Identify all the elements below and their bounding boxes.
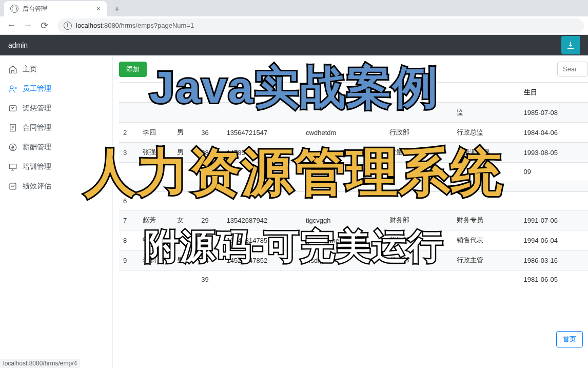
- cell-email: [302, 163, 385, 181]
- cell-birthday: 1986-03-16: [520, 250, 588, 270]
- cell-gender: [173, 103, 197, 123]
- cell-position: 行政主管: [453, 250, 520, 270]
- cell-id: 2: [119, 123, 139, 143]
- cell-dept: 质量管理部: [385, 143, 453, 163]
- cell-gender: 男: [173, 123, 197, 143]
- cell-name: [139, 163, 173, 181]
- info-icon[interactable]: i: [64, 22, 72, 30]
- add-button[interactable]: 添加: [119, 62, 147, 77]
- contract-icon: [8, 123, 17, 132]
- cell-position: [453, 192, 520, 210]
- cell-name: [139, 181, 173, 192]
- cell-phone: [223, 270, 302, 289]
- sidebar-item-home[interactable]: 主页: [0, 60, 112, 79]
- col-birthday: 生日: [520, 83, 588, 103]
- cell-position: [453, 181, 520, 192]
- cell-age: 29: [197, 210, 222, 230]
- user-icon: [8, 84, 17, 93]
- cell-name: [139, 270, 173, 289]
- cell-id: 7: [119, 210, 139, 230]
- url-host: localhost: [76, 22, 102, 29]
- table-row[interactable]: 6: [119, 192, 588, 210]
- svg-rect-4: [9, 164, 16, 169]
- reward-icon: [8, 104, 17, 113]
- first-page-button[interactable]: 首页: [556, 331, 583, 347]
- search-input[interactable]: [557, 62, 588, 76]
- back-button[interactable]: ←: [4, 18, 18, 33]
- cell-position: 行政总监: [453, 123, 520, 143]
- table-row[interactable]: 7赵芳女2913542687942tigcvggh财务部财务专员1991-07-…: [119, 210, 588, 230]
- cell-dept: [385, 270, 453, 289]
- url-path: /hrms/emps?pageNum=1: [119, 22, 194, 29]
- sidebar-item-salary[interactable]: 薪酬管理: [0, 138, 112, 157]
- col-phone: [223, 83, 302, 103]
- address-bar[interactable]: i localhost:8080/hrms/emps?pageNum=1: [57, 18, 584, 33]
- cell-email: [302, 181, 385, 192]
- sidebar: 主页 员工管理 奖惩管理 合同管理 薪酬管理 培训管理 绩效评估: [0, 55, 113, 368]
- table-row[interactable]: 9李韵男3414523147852wsdfgefv行政部行政主管1986-03-…: [119, 250, 588, 270]
- cell-email: [302, 270, 385, 289]
- cell-id: 8: [119, 230, 139, 250]
- table-row[interactable]: 2李四男3613564721547cwdhetdm行政部行政总监1984-04-…: [119, 123, 588, 143]
- new-tab-button[interactable]: +: [110, 2, 124, 16]
- sidebar-item-contract[interactable]: 合同管理: [0, 118, 112, 138]
- cell-email: [302, 103, 385, 123]
- cell-phone: [223, 163, 302, 181]
- cell-age: 34: [197, 250, 222, 270]
- cell-name: 邹好: [139, 230, 173, 250]
- browser-tab[interactable]: 后台管理 ×: [4, 1, 107, 16]
- close-icon[interactable]: ×: [96, 5, 101, 13]
- sidebar-item-label: 薪酬管理: [23, 143, 51, 152]
- main-content: 添加 生日 监1985-07-082李四男3613564721547cwdhet…: [113, 55, 588, 368]
- cell-position: [453, 270, 520, 289]
- cell-birthday: 1985-07-08: [520, 103, 588, 123]
- table-row[interactable]: 监1985-07-08: [119, 103, 588, 123]
- cell-age: 28: [197, 143, 222, 163]
- table-row[interactable]: 391981-06-05: [119, 270, 588, 289]
- table-row[interactable]: [119, 181, 588, 192]
- cell-position: [453, 163, 520, 181]
- cell-gender: 男: [173, 143, 197, 163]
- cell-id: 6: [119, 192, 139, 210]
- sidebar-item-reward[interactable]: 奖惩管理: [0, 99, 112, 118]
- cell-gender: [173, 181, 197, 192]
- cell-gender: 女: [173, 230, 197, 250]
- sidebar-item-label: 培训管理: [23, 162, 51, 171]
- cell-age: 26: [197, 230, 222, 250]
- cell-email: tigcvggh: [302, 210, 385, 230]
- cell-phone: [223, 103, 302, 123]
- cell-birthday: 1981-06-05: [520, 270, 588, 289]
- cell-id: [119, 163, 139, 181]
- sidebar-item-performance[interactable]: 绩效评估: [0, 177, 112, 196]
- cell-email: cwdhetdm: [302, 123, 385, 143]
- cell-email: xxxxxxxxxxxxx: [302, 143, 385, 163]
- cell-email: [302, 192, 385, 210]
- cell-phone: 14523147852: [223, 250, 302, 270]
- table-row[interactable]: 09: [119, 163, 588, 181]
- cell-age: 36: [197, 123, 222, 143]
- sidebar-item-employee[interactable]: 员工管理: [0, 79, 112, 99]
- sidebar-item-training[interactable]: 培训管理: [0, 157, 112, 177]
- cell-dept: 行政部: [385, 123, 453, 143]
- cell-id: 3: [119, 143, 139, 163]
- download-button[interactable]: [561, 36, 580, 54]
- cell-email: wsdfgefv: [302, 250, 385, 270]
- cell-birthday: 1991-07-06: [520, 210, 588, 230]
- cell-phone: 13564721547: [223, 123, 302, 143]
- reload-button[interactable]: ⟳: [37, 18, 51, 33]
- table-row[interactable]: 8邹好女2616542314785ghskcbwhe营销部销售代表1994-06…: [119, 230, 588, 250]
- sidebar-item-label: 绩效评估: [23, 182, 51, 191]
- cell-age: [197, 192, 222, 210]
- cell-gender: 男: [173, 250, 197, 270]
- cell-birthday: 1993-08-05: [520, 143, 588, 163]
- cell-birthday: 09: [520, 163, 588, 181]
- current-user[interactable]: admin: [8, 41, 28, 49]
- employee-table: 生日 监1985-07-082李四男3613564721547cwdhetdm行…: [119, 82, 588, 288]
- cell-dept: [385, 163, 453, 181]
- cell-birthday: [520, 192, 588, 210]
- forward-button[interactable]: →: [21, 18, 35, 33]
- cell-name: 李韵: [139, 250, 173, 270]
- globe-icon: [10, 5, 18, 13]
- table-row[interactable]: 3张强男2814785426357xxxxxxxxxxxxx质量管理部质量测试员…: [119, 143, 588, 163]
- cell-gender: 女: [173, 210, 197, 230]
